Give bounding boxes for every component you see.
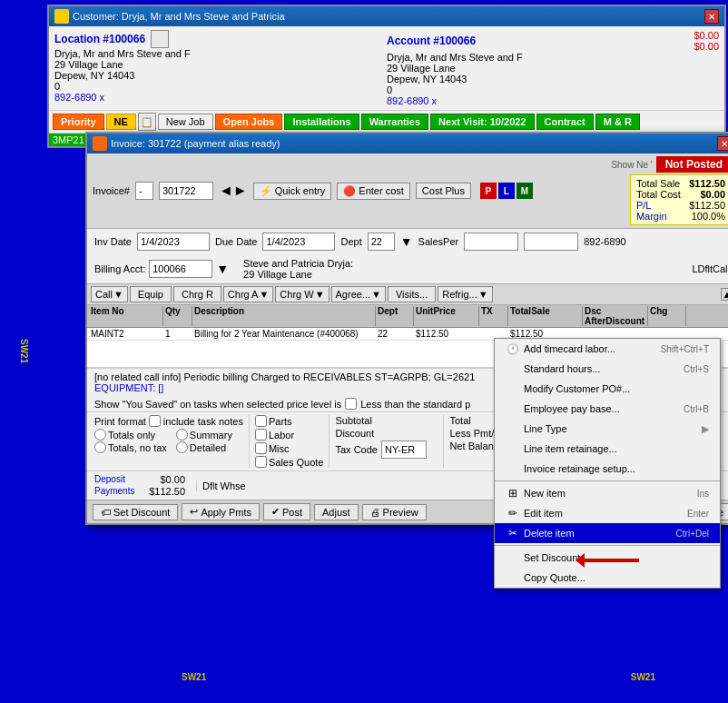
- invoice-close-button[interactable]: ✕: [717, 136, 728, 151]
- dept-arrow[interactable]: ▼: [400, 234, 413, 249]
- deposit-section: Deposit $0.00 Payments $112.50: [94, 474, 185, 497]
- margin-label: Margin: [636, 211, 667, 222]
- include-task-notes-checkbox[interactable]: [149, 415, 161, 427]
- parts-option[interactable]: Parts: [255, 415, 324, 427]
- agree-arrow: ▼: [371, 289, 381, 300]
- new-job-button[interactable]: New Job: [158, 114, 213, 130]
- print-format-label: Print format: [94, 416, 146, 427]
- payments-value: $112.50: [149, 486, 185, 497]
- account-address: 29 Village Lane: [387, 63, 719, 74]
- post-icon: ✔: [271, 506, 280, 518]
- labor-checkbox[interactable]: [255, 429, 267, 441]
- due-date-input[interactable]: [262, 233, 335, 251]
- location-phone[interactable]: 892-6890 x: [54, 92, 104, 103]
- ctx-employee-pay[interactable]: Employee pay base... Ctrl+B: [495, 399, 720, 419]
- tab-chrg-w[interactable]: Chrg W ▼: [275, 286, 329, 302]
- open-jobs-button[interactable]: Open Jobs: [215, 114, 283, 130]
- scroll-up-button[interactable]: ▲: [721, 288, 728, 301]
- show-saved-checkbox[interactable]: [345, 398, 357, 410]
- ctx-edit-item[interactable]: ✏ Edit item Enter: [495, 503, 720, 523]
- invoice-number-input[interactable]: [159, 182, 213, 200]
- summary-radio[interactable]: [176, 429, 188, 441]
- ctx-standard-hours[interactable]: Standard hours... Ctrl+S: [495, 359, 720, 379]
- location-icon[interactable]: [151, 30, 169, 48]
- ctx-modify-po[interactable]: Modify Customer PO#...: [495, 379, 720, 399]
- enter-cost-button[interactable]: 🔴 Enter cost: [337, 183, 410, 200]
- salesper-label: SalesPer: [418, 236, 459, 247]
- preview-button[interactable]: 🖨 Preview: [362, 504, 427, 520]
- next-visit-button[interactable]: Next Visit: 10/2022: [430, 114, 534, 130]
- ctx-delete-shortcut: Ctrl+Del: [676, 529, 709, 539]
- cost-plus-button[interactable]: Cost Plus: [416, 183, 471, 199]
- tab-equip[interactable]: Equip: [130, 286, 172, 302]
- calendar-icon[interactable]: 📋: [138, 113, 156, 131]
- tax-code-input[interactable]: [381, 441, 427, 459]
- billing-acct-input[interactable]: [149, 260, 212, 278]
- ctx-new-item-shortcut: Ins: [697, 489, 709, 499]
- totals-no-tax-radio[interactable]: [94, 441, 106, 453]
- apply-pmts-button[interactable]: ↩ Apply Pmts: [182, 503, 260, 520]
- invoice-title-bar: Invoice: 301722 (payment alias ready) ✕: [87, 134, 728, 153]
- chrg-a-arrow: ▼: [259, 289, 269, 300]
- detailed-radio[interactable]: [176, 441, 188, 453]
- tab-agree[interactable]: Agree... ▼: [331, 286, 386, 302]
- window-close-button[interactable]: ✕: [704, 9, 719, 24]
- tab-call[interactable]: Call ▼: [91, 286, 128, 302]
- show-saved-label: Show "You Saved" on tasks when selected …: [94, 399, 341, 410]
- billing-arrow[interactable]: ▼: [216, 262, 229, 276]
- installations-button[interactable]: Installations: [284, 114, 359, 130]
- tab-refrig[interactable]: Refrig... ▼: [438, 286, 492, 302]
- mr-button[interactable]: M & R: [595, 114, 640, 130]
- left-side-label: SW21: [19, 339, 29, 363]
- labor-option[interactable]: Labor: [255, 429, 324, 441]
- no-related-call: [no related call info]: [94, 371, 181, 382]
- parts-checkbox[interactable]: [255, 415, 267, 427]
- contract-button[interactable]: Contract: [536, 114, 594, 130]
- misc-checkbox[interactable]: [255, 442, 267, 454]
- sales-quote-checkbox[interactable]: [255, 456, 267, 468]
- phone-display: 892-6890: [584, 236, 626, 247]
- ctx-line-retainage[interactable]: Line item retainage...: [495, 439, 720, 459]
- salesper-input2[interactable]: [524, 233, 578, 251]
- post-button[interactable]: ✔ Post: [263, 503, 310, 520]
- totals-only-option[interactable]: Totals only: [94, 429, 167, 441]
- tab-chrg-r[interactable]: Chrg R: [173, 286, 221, 302]
- ctx-line-type[interactable]: Line Type ▶: [495, 419, 720, 439]
- warranties-button[interactable]: Warranties: [361, 114, 428, 130]
- tab-chrg-a[interactable]: Chrg A ▼: [223, 286, 274, 302]
- ctx-new-item[interactable]: ⊞ New item Ins: [495, 483, 720, 503]
- ctx-add-timecard[interactable]: 🕐 Add timecard labor... Shift+Ctrl+T: [495, 339, 720, 359]
- ne-button[interactable]: NE: [106, 114, 136, 130]
- ctx-invoice-retainage[interactable]: Invoice retainage setup...: [495, 459, 720, 479]
- totals-only-radio[interactable]: [94, 429, 106, 441]
- invoice-arrows[interactable]: ◄►: [219, 183, 248, 199]
- detailed-option[interactable]: Detailed: [176, 441, 232, 453]
- summary-option[interactable]: Summary: [176, 429, 232, 441]
- totals-no-tax-option[interactable]: Totals, no tax: [94, 441, 167, 453]
- set-discount-button[interactable]: 🏷 Set Discount: [93, 504, 178, 520]
- invoice-prefix-input[interactable]: [135, 182, 153, 200]
- salesper-input[interactable]: [464, 233, 518, 251]
- inv-date-input[interactable]: [137, 233, 210, 251]
- adjust-button[interactable]: Adjust: [314, 504, 359, 520]
- tab-visits[interactable]: Visits...: [388, 286, 436, 302]
- priority-button[interactable]: Priority: [53, 114, 104, 130]
- quick-entry-button[interactable]: ⚡ Quick entry: [253, 183, 332, 200]
- account-phone[interactable]: 892-6890 x: [387, 95, 437, 106]
- ctx-delete-item[interactable]: ✂ Delete item Ctrl+Del: [495, 523, 720, 543]
- sales-quote-option[interactable]: Sales Quote: [255, 456, 324, 468]
- col-qty: Qty: [165, 306, 192, 326]
- col-dsc: Dsc AfterDiscount: [585, 306, 648, 326]
- due-date-label: Due Date: [215, 236, 257, 247]
- ctx-add-timecard-label: Add timecard labor...: [524, 343, 615, 354]
- deposit-value: $0.00: [160, 474, 185, 485]
- new-item-icon: ⊞: [506, 486, 520, 500]
- set-discount-icon: 🏷: [101, 507, 111, 518]
- address-line: 29 Village Lane: [243, 269, 353, 280]
- misc-option[interactable]: Misc: [255, 442, 324, 454]
- include-task-notes-label: include task notes: [163, 416, 243, 427]
- dept-input[interactable]: [368, 233, 395, 251]
- corner-sw21-bm: SW21: [182, 672, 206, 682]
- plm-l-box: L: [498, 183, 515, 199]
- row-qty: 1: [165, 329, 192, 339]
